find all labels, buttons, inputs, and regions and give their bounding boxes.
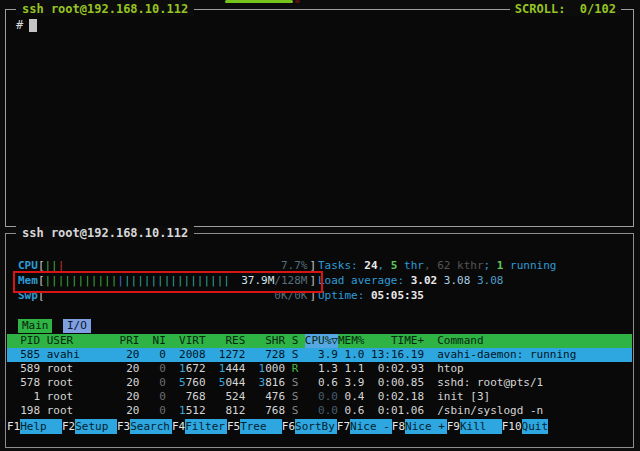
- text-segment: 768: [265, 404, 285, 417]
- text-segment: 0.0: [318, 404, 338, 417]
- text-segment: S: [292, 348, 299, 361]
- row-cell-pid: 589: [14, 362, 40, 376]
- row-cell-cmd: avahi-daemon: running: [437, 348, 576, 362]
- column-header-shr[interactable]: SHR: [252, 334, 285, 348]
- row-cell-time: 0:02.93: [371, 362, 424, 376]
- text-segment: /sbin/syslogd -n: [437, 404, 543, 417]
- text-segment: R: [292, 362, 299, 375]
- column-header-s[interactable]: S: [292, 334, 299, 348]
- column-header-mem[interactable]: MEM%: [338, 334, 364, 348]
- row-cell-ni: 0: [146, 376, 166, 390]
- column-header-cmd[interactable]: Command: [437, 334, 483, 348]
- process-table-header: PIDUSERPRINIVIRTRESSHRSCPU%▽MEM%TIME+Com…: [7, 334, 632, 348]
- table-row[interactable]: 198root2001512812768S0.00.60:01.06/sbin/…: [7, 404, 632, 418]
- fkey-number: F9: [447, 419, 460, 434]
- bracket-close: ]: [309, 289, 316, 302]
- fkey-f3[interactable]: F3Search: [117, 419, 172, 434]
- column-header-cpu[interactable]: CPU%▽: [305, 334, 338, 348]
- text-segment: 524: [225, 390, 245, 403]
- tab-main[interactable]: Main: [18, 319, 52, 333]
- prompt-symbol: #: [16, 18, 23, 32]
- column-header-user[interactable]: USER: [47, 334, 113, 348]
- ssh-pane-bottom[interactable]: ssh root@192.168.10.112 CPU[|||7.7%]Mem[…: [5, 233, 634, 448]
- cpu-meter-ticks: |||: [45, 258, 65, 273]
- text-segment: 1.0: [345, 348, 365, 361]
- text-segment: ,: [378, 259, 391, 272]
- text-segment: S: [292, 390, 299, 403]
- column-header-pri[interactable]: PRI: [120, 334, 140, 348]
- top-accent-dot: [295, 0, 300, 3]
- row-cell-cpu: 0.0: [305, 390, 338, 404]
- row-cell-mem: 3.9: [338, 376, 364, 390]
- text-segment: 20: [126, 376, 139, 389]
- text-segment: 1.3: [318, 362, 338, 375]
- fkey-f8[interactable]: F8Nice +: [392, 419, 447, 434]
- tab-io[interactable]: I/O: [63, 319, 91, 333]
- swp-meter-label: Swp: [18, 289, 38, 302]
- text-segment: ;: [484, 259, 497, 272]
- text-segment: Tasks:: [318, 259, 364, 272]
- swp-meter: Swp[0K/0K]: [18, 288, 316, 303]
- fkey-f9[interactable]: F9Kill: [447, 419, 502, 434]
- fkey-number: F5: [227, 419, 240, 434]
- text-segment: 0: [159, 390, 166, 403]
- fkey-f4[interactable]: F4Filter: [172, 419, 227, 434]
- text-segment: 0: [159, 348, 166, 361]
- ssh-pane-top[interactable]: ssh root@192.168.10.112 SCROLL: 0/102 #: [5, 9, 634, 227]
- text-segment: 0.0: [318, 390, 338, 403]
- text-segment: 0: [159, 376, 166, 389]
- text-segment: 589: [20, 362, 40, 375]
- text-segment: thr: [397, 259, 424, 272]
- cpu-meter-value: 7.7%: [281, 258, 308, 273]
- fkey-number: F7: [337, 419, 350, 434]
- process-table: 585avahi20020081272728S3.91.013:16.19ava…: [7, 348, 632, 418]
- row-cell-pri: 20: [120, 348, 140, 362]
- row-cell-virt: 5760: [172, 376, 205, 390]
- top-accent-bar: [225, 0, 293, 3]
- fkey-label: Search: [130, 419, 172, 434]
- row-cell-s: S: [292, 376, 299, 390]
- column-header-res[interactable]: RES: [212, 334, 245, 348]
- row-cell-pri: 20: [120, 376, 140, 390]
- table-row[interactable]: 589root200167214441000R1.31.10:02.93htop: [7, 362, 632, 376]
- text-segment: 3.9: [318, 348, 338, 361]
- bar-ticks-green: ||: [45, 259, 58, 272]
- column-header-time[interactable]: TIME+: [371, 334, 424, 348]
- text-segment: 768: [186, 390, 206, 403]
- row-cell-virt: 1512: [172, 404, 205, 418]
- text-segment: 1.1: [345, 362, 365, 375]
- text-segment: root: [47, 390, 74, 403]
- table-row[interactable]: 578root200576050443816S0.63.90:00.85sshd…: [7, 376, 632, 390]
- text-segment: 728: [265, 348, 285, 361]
- fkey-f10[interactable]: F10Quit: [502, 419, 548, 434]
- row-cell-time: 13:16.19: [371, 348, 424, 362]
- fkey-f7[interactable]: F7Nice -: [337, 419, 392, 434]
- text-segment: 812: [225, 404, 245, 417]
- column-header-virt[interactable]: VIRT: [172, 334, 205, 348]
- text-segment: 3.08: [477, 274, 504, 287]
- fkey-label: Filter: [185, 419, 227, 434]
- load-line: Load average: 3.02 3.08 3.08: [318, 273, 556, 288]
- bracket-open: [: [38, 274, 45, 287]
- shell-prompt-line[interactable]: #: [16, 18, 37, 33]
- text-segment: 0: [159, 404, 166, 417]
- text-segment: 0:00.85: [378, 376, 424, 389]
- fkey-f2[interactable]: F2Setup: [62, 419, 117, 434]
- fkey-f1[interactable]: F1Help: [7, 419, 62, 434]
- fkey-f6[interactable]: F6SortBy: [282, 419, 337, 434]
- row-cell-pri: 20: [120, 404, 140, 418]
- text-segment: 578: [20, 376, 40, 389]
- bracket-close: ]: [309, 274, 316, 287]
- column-header-ni[interactable]: NI: [146, 334, 166, 348]
- text-segment: 3.9: [345, 376, 365, 389]
- text-segment: 5: [179, 376, 186, 389]
- table-row[interactable]: 1root200768524476S0.00.40:02.18init [3]: [7, 390, 632, 404]
- table-row[interactable]: 585avahi20020081272728S3.91.013:16.19ava…: [7, 348, 632, 362]
- row-cell-s: S: [292, 404, 299, 418]
- fkey-f5[interactable]: F5Tree: [227, 419, 282, 434]
- row-cell-shr: 1000: [252, 362, 285, 376]
- row-cell-cmd: /sbin/syslogd -n: [437, 404, 543, 418]
- row-cell-res: 5044: [212, 376, 245, 390]
- column-header-pid[interactable]: PID: [14, 334, 40, 348]
- text-segment: 760: [186, 376, 206, 389]
